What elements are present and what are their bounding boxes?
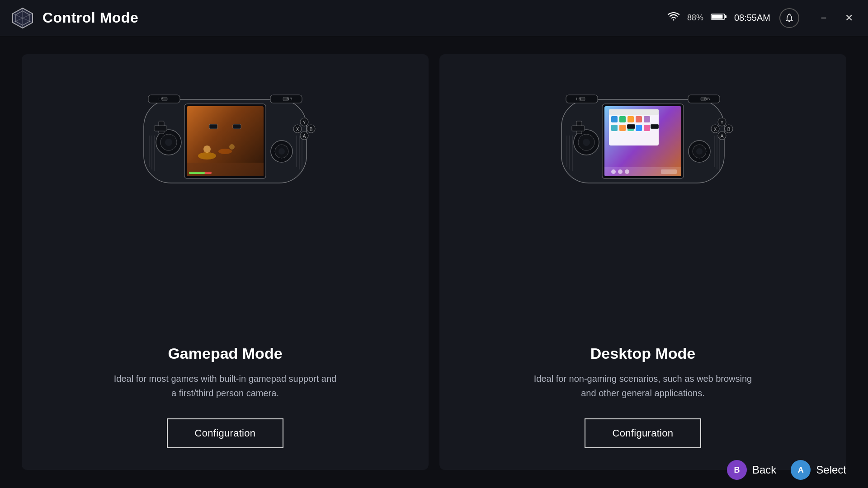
select-badge: A: [791, 460, 811, 480]
svg-rect-7: [712, 15, 722, 19]
window-controls: − ✕: [816, 10, 857, 26]
svg-text:X: X: [714, 127, 717, 132]
svg-rect-58: [636, 116, 642, 122]
titlebar-right: 88% 08:55AM − ✕: [667, 8, 857, 28]
desktop-device-illustration: Y X B A LB RB: [461, 72, 825, 328]
svg-rect-26: [154, 126, 167, 131]
svg-text:Y: Y: [303, 120, 306, 125]
select-label: Select: [816, 464, 846, 476]
svg-point-75: [696, 148, 703, 155]
svg-rect-57: [627, 116, 634, 122]
svg-text:Y: Y: [721, 120, 724, 125]
svg-rect-48: [283, 97, 288, 101]
select-action[interactable]: A Select: [791, 460, 846, 480]
svg-rect-47: [162, 97, 167, 101]
svg-point-13: [203, 145, 211, 153]
gamepad-mode-title: Gamepad Mode: [168, 345, 282, 362]
svg-point-66: [611, 169, 616, 174]
svg-rect-97: [651, 124, 659, 129]
svg-rect-98: [580, 97, 585, 101]
back-badge: B: [727, 460, 747, 480]
svg-rect-59: [644, 116, 650, 122]
svg-rect-60: [611, 125, 618, 131]
titlebar: Control Mode 88% 08:5: [0, 0, 868, 36]
wifi-icon: [667, 12, 680, 24]
bottom-action-bar: B Back A Select: [0, 452, 868, 488]
desktop-mode-card: Y X B A LB RB: [439, 54, 846, 470]
svg-point-12: [198, 152, 216, 160]
app-logo: [11, 6, 34, 30]
svg-rect-69: [661, 169, 677, 174]
back-action[interactable]: B Back: [727, 460, 776, 480]
desktop-mode-description: Ideal for non-gaming scenarios, such as …: [530, 371, 756, 400]
svg-rect-55: [611, 116, 618, 122]
svg-point-15: [229, 144, 235, 150]
svg-rect-16: [187, 163, 264, 176]
svg-rect-45: [209, 124, 217, 129]
svg-rect-46: [233, 124, 241, 129]
svg-rect-56: [619, 116, 626, 122]
svg-point-72: [583, 139, 590, 146]
desktop-config-button[interactable]: Configuration: [585, 418, 702, 448]
main-content: Y X B A LB RB: [0, 36, 868, 488]
svg-text:B: B: [310, 127, 313, 132]
svg-rect-96: [627, 124, 635, 129]
svg-rect-99: [701, 97, 706, 101]
svg-rect-54: [609, 109, 659, 115]
gamepad-config-button[interactable]: Configuration: [167, 418, 284, 448]
back-label: Back: [752, 464, 776, 476]
svg-point-14: [218, 149, 232, 154]
svg-text:A: A: [303, 134, 306, 139]
svg-rect-63: [636, 125, 642, 131]
gamepad-mode-card: Y X B A LB RB: [22, 54, 429, 470]
close-button[interactable]: ✕: [841, 10, 857, 26]
status-info: 88% 08:55AM: [667, 12, 770, 24]
svg-point-68: [625, 169, 629, 174]
svg-rect-61: [619, 125, 626, 131]
minimize-button[interactable]: −: [816, 10, 832, 26]
svg-rect-77: [572, 126, 585, 131]
svg-point-67: [618, 169, 623, 174]
svg-text:B: B: [727, 127, 731, 132]
svg-rect-6: [725, 15, 726, 18]
svg-rect-18: [189, 172, 205, 174]
gamepad-mode-description: Ideal for most games with built-in gamep…: [112, 371, 338, 400]
svg-rect-64: [644, 125, 650, 131]
desktop-mode-title: Desktop Mode: [590, 345, 695, 362]
svg-text:X: X: [296, 127, 299, 132]
battery-percentage: 88%: [687, 13, 703, 23]
svg-point-21: [165, 139, 172, 146]
clock: 08:55AM: [734, 13, 770, 23]
svg-point-24: [278, 148, 285, 155]
svg-text:A: A: [721, 134, 724, 139]
notification-button[interactable]: [779, 8, 799, 28]
page-title: Control Mode: [42, 9, 138, 26]
gamepad-device-illustration: Y X B A LB RB: [43, 72, 407, 328]
battery-icon: [711, 13, 727, 23]
